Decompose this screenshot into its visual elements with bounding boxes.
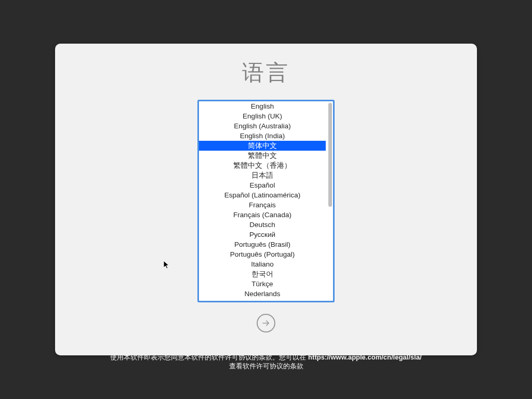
language-option[interactable]: Русский	[199, 230, 326, 240]
language-option[interactable]: 简体中文	[199, 141, 326, 151]
language-list-container: EnglishEnglish (UK)English (Australia)En…	[197, 100, 335, 302]
language-option[interactable]: Español (Latinoamérica)	[199, 190, 326, 200]
language-option[interactable]: 繁體中文（香港）	[199, 161, 326, 170]
license-prefix: 使用本软件即表示您同意本软件的软件许可协议的条款。您可以在	[110, 353, 308, 361]
language-option[interactable]: English (India)	[199, 131, 326, 141]
language-option[interactable]: 繁體中文	[199, 151, 326, 161]
language-option[interactable]: Français	[199, 200, 326, 210]
setup-panel: 语言 EnglishEnglish (UK)English (Australia…	[55, 44, 477, 355]
language-option[interactable]: Nederlands	[199, 289, 326, 299]
language-option[interactable]: 日本語	[199, 170, 326, 180]
scrollbar-track[interactable]	[328, 103, 332, 299]
license-url: https://www.apple.com/cn/legal/sla/	[308, 353, 421, 361]
page-title: 语言	[242, 58, 290, 87]
language-option[interactable]: Deutsch	[199, 220, 326, 230]
language-option[interactable]: Italiano	[199, 259, 326, 269]
language-option[interactable]: English	[199, 101, 326, 111]
language-option[interactable]: Français (Canada)	[199, 210, 326, 220]
language-option[interactable]: Español	[199, 180, 326, 190]
license-footer: 使用本软件即表示您同意本软件的软件许可协议的条款。您可以在 https://ww…	[0, 353, 532, 370]
arrow-right-icon	[261, 318, 271, 328]
language-option[interactable]: English (UK)	[199, 111, 326, 121]
language-option[interactable]: Português (Brasil)	[199, 240, 326, 249]
scrollbar-thumb[interactable]	[328, 103, 332, 207]
language-option[interactable]: Türkçe	[199, 279, 326, 289]
license-line2: 查看软件许可协议的条款	[229, 362, 303, 370]
language-option[interactable]: English (Australia)	[199, 121, 326, 131]
language-list[interactable]: EnglishEnglish (UK)English (Australia)En…	[199, 101, 333, 301]
language-option[interactable]: Português (Portugal)	[199, 249, 326, 259]
continue-button[interactable]	[257, 314, 275, 332]
language-option[interactable]: 한국어	[199, 269, 326, 279]
